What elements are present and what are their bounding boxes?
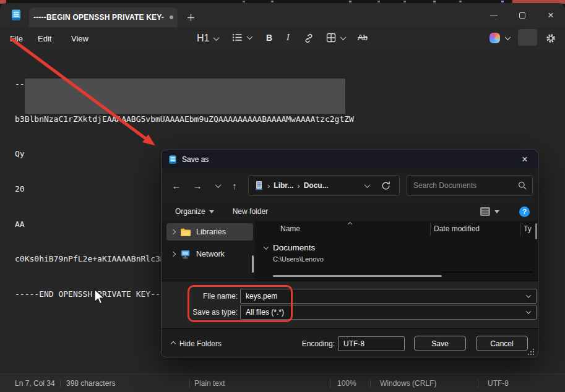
divider bbox=[60, 379, 61, 388]
close-button[interactable]: × bbox=[537, 3, 565, 27]
address-dropdown-chevron-icon[interactable] bbox=[364, 182, 371, 188]
tree-item-network[interactable]: Network bbox=[166, 245, 253, 263]
file-name-input[interactable] bbox=[246, 292, 482, 300]
refresh-icon bbox=[381, 181, 391, 191]
menu-view[interactable]: View bbox=[69, 32, 91, 46]
document-type[interactable]: Plain text bbox=[194, 379, 225, 388]
clear-formatting-button[interactable]: Ab bbox=[358, 33, 368, 42]
background-speck bbox=[243, 1, 245, 2]
heading-label: H1 bbox=[197, 33, 209, 44]
group-header-documents[interactable]: Documents bbox=[273, 243, 315, 252]
list-scrollbar-thumb[interactable] bbox=[535, 223, 537, 239]
help-button[interactable]: ? bbox=[519, 207, 530, 217]
copilot-button[interactable] bbox=[490, 33, 510, 43]
address-bar[interactable]: › Libr... › Docu... bbox=[248, 175, 400, 196]
background-speck bbox=[271, 1, 274, 2]
character-count: 398 characters bbox=[66, 379, 115, 388]
save-as-dialog: Save as × ← → ↑ › Libr... › Docu... bbox=[161, 150, 538, 357]
background-speck bbox=[349, 1, 352, 2]
tab-title: -----BEGIN OPENSSH PRIVATE KEY- bbox=[33, 13, 164, 22]
file-name-label: File name: bbox=[162, 289, 238, 304]
column-header-type[interactable]: Ty bbox=[524, 224, 532, 233]
notepad-app-icon bbox=[11, 9, 22, 23]
dialog-close-button[interactable]: × bbox=[515, 151, 534, 168]
help-icon: ? bbox=[522, 208, 527, 215]
hide-folders-label: Hide Folders bbox=[179, 339, 222, 348]
divider bbox=[189, 379, 190, 388]
group-collapse-chevron-icon[interactable] bbox=[264, 244, 269, 249]
dialog-command-bar: Organize New folder ? bbox=[162, 202, 538, 221]
bold-button[interactable]: B bbox=[266, 33, 272, 43]
search-input[interactable] bbox=[413, 177, 512, 194]
chevron-down-icon bbox=[213, 35, 220, 41]
horizontal-scrollbar-track[interactable] bbox=[442, 271, 532, 273]
view-mode-button[interactable] bbox=[480, 207, 499, 216]
background-speck bbox=[459, 1, 462, 2]
encoding-value: UTF-8 bbox=[343, 339, 364, 348]
recent-locations-button[interactable] bbox=[210, 177, 226, 194]
heading-style-selector[interactable]: H1 bbox=[197, 33, 218, 44]
organize-label: Organize bbox=[175, 207, 205, 216]
title-bar: -----BEGIN OPENSSH PRIVATE KEY- × bbox=[0, 3, 565, 27]
expander-chevron-icon[interactable] bbox=[171, 252, 176, 257]
encoding-label: Encoding: bbox=[284, 336, 335, 351]
italic-button[interactable]: I bbox=[287, 33, 290, 43]
tree-item-label: Network bbox=[196, 250, 225, 258]
menu-file[interactable]: File bbox=[7, 32, 25, 46]
encoding-select[interactable]: UTF-8 bbox=[338, 336, 405, 351]
save-button[interactable]: Save bbox=[414, 336, 466, 351]
cancel-button[interactable]: Cancel bbox=[476, 336, 528, 351]
file-list-panel: Name Date modified Ty Documents C:\Users… bbox=[256, 221, 538, 281]
save-type-value: All files (*.*) bbox=[246, 308, 284, 317]
hide-folders-button[interactable]: Hide Folders bbox=[171, 336, 222, 351]
tree-scrollbar-thumb[interactable] bbox=[252, 255, 254, 273]
column-header-date-modified[interactable]: Date modified bbox=[434, 224, 480, 233]
column-divider[interactable] bbox=[430, 223, 431, 236]
tree-item-libraries[interactable]: Libraries bbox=[166, 223, 253, 241]
column-header-name[interactable]: Name bbox=[280, 224, 300, 233]
breadcrumb-documents[interactable]: Docu... bbox=[304, 181, 329, 190]
divider bbox=[478, 379, 478, 388]
folder-icon bbox=[180, 228, 191, 237]
search-box[interactable] bbox=[407, 175, 533, 196]
divider bbox=[370, 379, 371, 388]
minimize-button[interactable] bbox=[480, 3, 508, 27]
chevron-down-icon[interactable] bbox=[526, 309, 531, 313]
maximize-button[interactable] bbox=[508, 3, 537, 27]
horizontal-scrollbar-thumb[interactable] bbox=[273, 275, 442, 277]
caret-down-icon bbox=[494, 210, 499, 213]
resize-grip[interactable] bbox=[533, 354, 534, 355]
chevron-down-icon[interactable] bbox=[526, 292, 531, 297]
settings-button[interactable] bbox=[545, 33, 556, 44]
expander-chevron-icon[interactable] bbox=[171, 229, 176, 234]
refresh-button[interactable] bbox=[381, 181, 391, 193]
organize-button[interactable]: Organize bbox=[175, 207, 214, 216]
column-divider[interactable] bbox=[520, 223, 521, 236]
breadcrumb-libraries[interactable]: Libr... bbox=[274, 181, 293, 190]
new-folder-button[interactable]: New folder bbox=[233, 207, 268, 216]
list-style-button[interactable] bbox=[232, 33, 252, 42]
breadcrumb-separator: › bbox=[267, 181, 270, 190]
location-icon bbox=[254, 181, 264, 190]
table-button[interactable] bbox=[326, 33, 345, 43]
search-icon bbox=[518, 181, 527, 190]
line-ending-type[interactable]: Windows (CRLF) bbox=[380, 379, 436, 388]
forward-button[interactable]: → bbox=[189, 177, 205, 194]
save-type-select[interactable]: All files (*.*) bbox=[240, 305, 537, 320]
back-button[interactable]: ← bbox=[168, 177, 184, 194]
zoom-level[interactable]: 100% bbox=[337, 379, 356, 388]
link-button[interactable] bbox=[303, 33, 314, 44]
list-view-icon bbox=[480, 207, 491, 216]
tab-openssh-key[interactable]: -----BEGIN OPENSSH PRIVATE KEY- bbox=[29, 7, 178, 27]
notepad-app-icon bbox=[168, 155, 177, 164]
file-name-section: File name: Save as type: All files (*.*) bbox=[162, 281, 538, 328]
breadcrumb-separator: › bbox=[297, 181, 300, 190]
new-tab-button[interactable] bbox=[184, 11, 197, 23]
redaction-block bbox=[25, 79, 345, 114]
file-name-combo[interactable] bbox=[240, 289, 537, 304]
sort-ascending-icon bbox=[348, 222, 352, 226]
unsaved-indicator-dot bbox=[170, 15, 173, 19]
up-button[interactable]: ↑ bbox=[226, 177, 243, 194]
encoding-indicator[interactable]: UTF-8 bbox=[488, 379, 509, 388]
menu-edit[interactable]: Edit bbox=[35, 32, 54, 46]
